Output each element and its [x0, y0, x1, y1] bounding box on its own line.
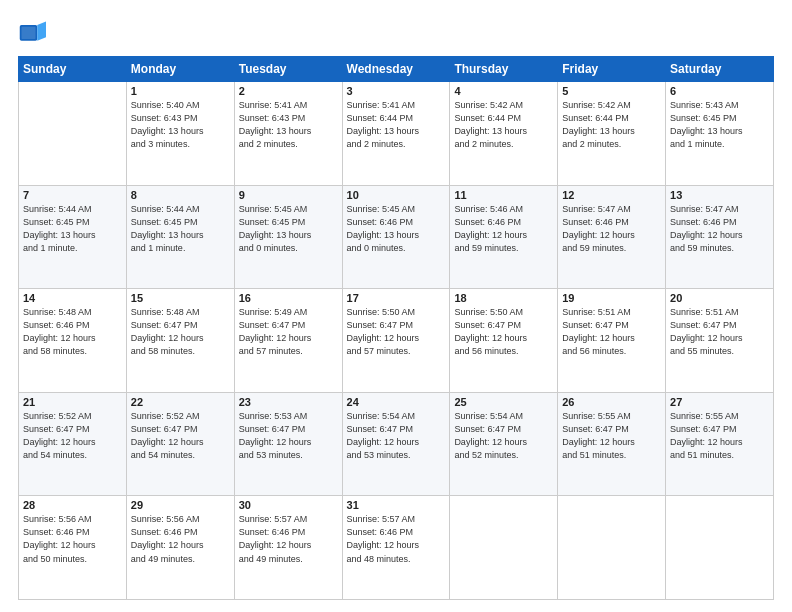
day-number: 31 [347, 499, 446, 511]
day-number: 15 [131, 292, 230, 304]
weekday-header: Tuesday [234, 57, 342, 82]
calendar-cell [666, 496, 774, 600]
calendar-cell: 23Sunrise: 5:53 AM Sunset: 6:47 PM Dayli… [234, 392, 342, 496]
calendar-cell: 26Sunrise: 5:55 AM Sunset: 6:47 PM Dayli… [558, 392, 666, 496]
day-info: Sunrise: 5:44 AM Sunset: 6:45 PM Dayligh… [23, 203, 122, 255]
day-info: Sunrise: 5:52 AM Sunset: 6:47 PM Dayligh… [23, 410, 122, 462]
weekday-header: Wednesday [342, 57, 450, 82]
day-info: Sunrise: 5:42 AM Sunset: 6:44 PM Dayligh… [454, 99, 553, 151]
day-number: 20 [670, 292, 769, 304]
calendar-cell: 16Sunrise: 5:49 AM Sunset: 6:47 PM Dayli… [234, 289, 342, 393]
day-number: 14 [23, 292, 122, 304]
day-info: Sunrise: 5:47 AM Sunset: 6:46 PM Dayligh… [562, 203, 661, 255]
calendar-cell: 29Sunrise: 5:56 AM Sunset: 6:46 PM Dayli… [126, 496, 234, 600]
svg-rect-2 [22, 27, 36, 39]
weekday-header: Sunday [19, 57, 127, 82]
day-info: Sunrise: 5:40 AM Sunset: 6:43 PM Dayligh… [131, 99, 230, 151]
calendar-cell: 1Sunrise: 5:40 AM Sunset: 6:43 PM Daylig… [126, 82, 234, 186]
calendar-cell: 8Sunrise: 5:44 AM Sunset: 6:45 PM Daylig… [126, 185, 234, 289]
calendar-week-row: 14Sunrise: 5:48 AM Sunset: 6:46 PM Dayli… [19, 289, 774, 393]
day-number: 25 [454, 396, 553, 408]
calendar-cell: 9Sunrise: 5:45 AM Sunset: 6:45 PM Daylig… [234, 185, 342, 289]
page: SundayMondayTuesdayWednesdayThursdayFrid… [0, 0, 792, 612]
day-number: 6 [670, 85, 769, 97]
weekday-header: Monday [126, 57, 234, 82]
calendar-cell: 5Sunrise: 5:42 AM Sunset: 6:44 PM Daylig… [558, 82, 666, 186]
day-number: 21 [23, 396, 122, 408]
day-number: 23 [239, 396, 338, 408]
day-info: Sunrise: 5:49 AM Sunset: 6:47 PM Dayligh… [239, 306, 338, 358]
calendar-cell: 22Sunrise: 5:52 AM Sunset: 6:47 PM Dayli… [126, 392, 234, 496]
calendar-cell: 2Sunrise: 5:41 AM Sunset: 6:43 PM Daylig… [234, 82, 342, 186]
day-info: Sunrise: 5:44 AM Sunset: 6:45 PM Dayligh… [131, 203, 230, 255]
calendar-cell: 30Sunrise: 5:57 AM Sunset: 6:46 PM Dayli… [234, 496, 342, 600]
day-number: 8 [131, 189, 230, 201]
day-number: 5 [562, 85, 661, 97]
calendar-cell [450, 496, 558, 600]
calendar-header-row: SundayMondayTuesdayWednesdayThursdayFrid… [19, 57, 774, 82]
day-number: 29 [131, 499, 230, 511]
day-info: Sunrise: 5:45 AM Sunset: 6:46 PM Dayligh… [347, 203, 446, 255]
calendar-cell: 11Sunrise: 5:46 AM Sunset: 6:46 PM Dayli… [450, 185, 558, 289]
day-number: 17 [347, 292, 446, 304]
day-info: Sunrise: 5:47 AM Sunset: 6:46 PM Dayligh… [670, 203, 769, 255]
calendar-week-row: 1Sunrise: 5:40 AM Sunset: 6:43 PM Daylig… [19, 82, 774, 186]
calendar-table: SundayMondayTuesdayWednesdayThursdayFrid… [18, 56, 774, 600]
day-info: Sunrise: 5:54 AM Sunset: 6:47 PM Dayligh… [454, 410, 553, 462]
day-number: 2 [239, 85, 338, 97]
calendar-cell: 19Sunrise: 5:51 AM Sunset: 6:47 PM Dayli… [558, 289, 666, 393]
day-info: Sunrise: 5:52 AM Sunset: 6:47 PM Dayligh… [131, 410, 230, 462]
day-info: Sunrise: 5:51 AM Sunset: 6:47 PM Dayligh… [562, 306, 661, 358]
calendar-cell: 13Sunrise: 5:47 AM Sunset: 6:46 PM Dayli… [666, 185, 774, 289]
calendar-cell: 27Sunrise: 5:55 AM Sunset: 6:47 PM Dayli… [666, 392, 774, 496]
day-number: 27 [670, 396, 769, 408]
calendar-week-row: 28Sunrise: 5:56 AM Sunset: 6:46 PM Dayli… [19, 496, 774, 600]
svg-marker-1 [37, 22, 46, 41]
calendar-cell: 25Sunrise: 5:54 AM Sunset: 6:47 PM Dayli… [450, 392, 558, 496]
day-number: 12 [562, 189, 661, 201]
calendar-cell [19, 82, 127, 186]
calendar-cell [558, 496, 666, 600]
day-info: Sunrise: 5:45 AM Sunset: 6:45 PM Dayligh… [239, 203, 338, 255]
calendar-cell: 24Sunrise: 5:54 AM Sunset: 6:47 PM Dayli… [342, 392, 450, 496]
day-info: Sunrise: 5:41 AM Sunset: 6:44 PM Dayligh… [347, 99, 446, 151]
day-number: 22 [131, 396, 230, 408]
day-info: Sunrise: 5:57 AM Sunset: 6:46 PM Dayligh… [239, 513, 338, 565]
day-number: 11 [454, 189, 553, 201]
day-number: 4 [454, 85, 553, 97]
day-number: 26 [562, 396, 661, 408]
day-info: Sunrise: 5:46 AM Sunset: 6:46 PM Dayligh… [454, 203, 553, 255]
day-number: 13 [670, 189, 769, 201]
calendar-week-row: 7Sunrise: 5:44 AM Sunset: 6:45 PM Daylig… [19, 185, 774, 289]
day-info: Sunrise: 5:41 AM Sunset: 6:43 PM Dayligh… [239, 99, 338, 151]
day-info: Sunrise: 5:51 AM Sunset: 6:47 PM Dayligh… [670, 306, 769, 358]
calendar-cell: 17Sunrise: 5:50 AM Sunset: 6:47 PM Dayli… [342, 289, 450, 393]
day-info: Sunrise: 5:50 AM Sunset: 6:47 PM Dayligh… [454, 306, 553, 358]
day-number: 10 [347, 189, 446, 201]
calendar-cell: 20Sunrise: 5:51 AM Sunset: 6:47 PM Dayli… [666, 289, 774, 393]
day-number: 18 [454, 292, 553, 304]
weekday-header: Thursday [450, 57, 558, 82]
day-number: 19 [562, 292, 661, 304]
calendar-cell: 3Sunrise: 5:41 AM Sunset: 6:44 PM Daylig… [342, 82, 450, 186]
day-info: Sunrise: 5:48 AM Sunset: 6:47 PM Dayligh… [131, 306, 230, 358]
day-number: 16 [239, 292, 338, 304]
day-info: Sunrise: 5:57 AM Sunset: 6:46 PM Dayligh… [347, 513, 446, 565]
day-number: 7 [23, 189, 122, 201]
calendar-cell: 7Sunrise: 5:44 AM Sunset: 6:45 PM Daylig… [19, 185, 127, 289]
day-number: 28 [23, 499, 122, 511]
day-info: Sunrise: 5:50 AM Sunset: 6:47 PM Dayligh… [347, 306, 446, 358]
logo [18, 18, 50, 46]
calendar-week-row: 21Sunrise: 5:52 AM Sunset: 6:47 PM Dayli… [19, 392, 774, 496]
calendar-cell: 12Sunrise: 5:47 AM Sunset: 6:46 PM Dayli… [558, 185, 666, 289]
day-info: Sunrise: 5:56 AM Sunset: 6:46 PM Dayligh… [131, 513, 230, 565]
day-number: 9 [239, 189, 338, 201]
calendar-cell: 28Sunrise: 5:56 AM Sunset: 6:46 PM Dayli… [19, 496, 127, 600]
calendar-cell: 15Sunrise: 5:48 AM Sunset: 6:47 PM Dayli… [126, 289, 234, 393]
logo-icon [18, 18, 46, 46]
calendar-cell: 31Sunrise: 5:57 AM Sunset: 6:46 PM Dayli… [342, 496, 450, 600]
calendar-cell: 4Sunrise: 5:42 AM Sunset: 6:44 PM Daylig… [450, 82, 558, 186]
calendar-cell: 14Sunrise: 5:48 AM Sunset: 6:46 PM Dayli… [19, 289, 127, 393]
day-number: 3 [347, 85, 446, 97]
weekday-header: Saturday [666, 57, 774, 82]
